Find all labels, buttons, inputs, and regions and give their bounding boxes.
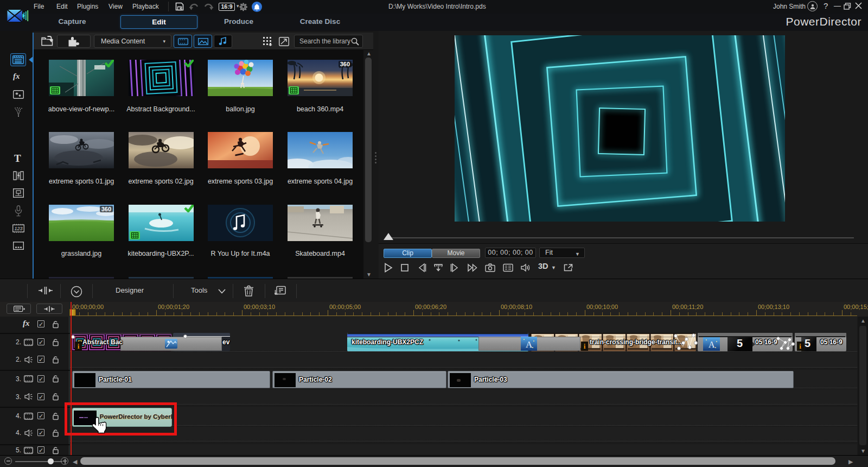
svg-text:123: 123	[15, 226, 23, 231]
svg-text:A: A	[526, 339, 533, 350]
svg-text:A: A	[709, 340, 715, 349]
